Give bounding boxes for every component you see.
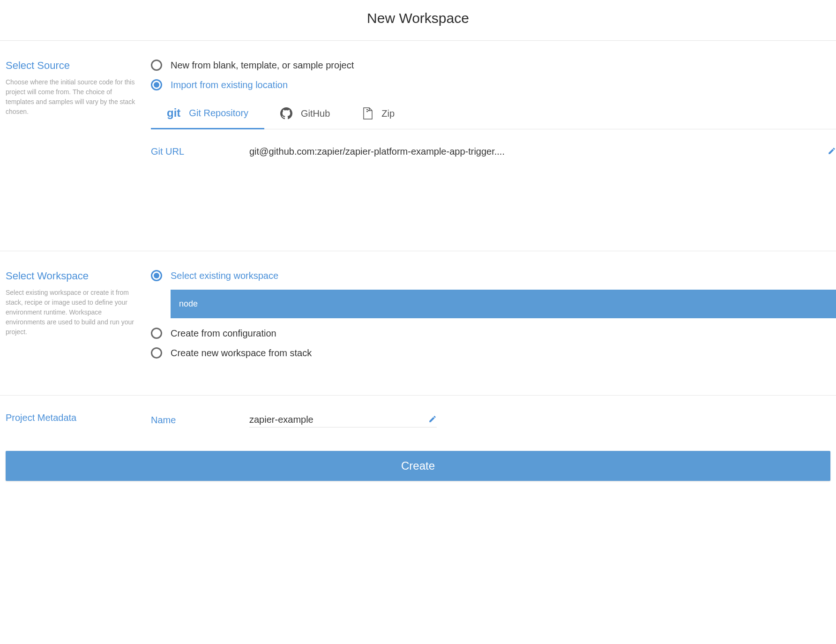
radio-dot-icon bbox=[154, 273, 159, 278]
project-name-input[interactable] bbox=[249, 412, 423, 427]
zip-icon bbox=[362, 107, 373, 120]
svg-rect-1 bbox=[368, 110, 369, 111]
tab-github[interactable]: GitHub bbox=[264, 100, 346, 129]
edit-name-icon[interactable] bbox=[428, 415, 437, 425]
section-select-workspace: Select Workspace Select existing workspa… bbox=[0, 251, 836, 395]
section-project-metadata: Project Metadata Name bbox=[0, 396, 836, 427]
edit-git-url-icon[interactable] bbox=[828, 147, 836, 157]
tab-label: Git Repository bbox=[189, 108, 248, 119]
section-right-metadata: Name bbox=[151, 412, 836, 427]
name-field-label: Name bbox=[151, 415, 249, 426]
workspace-item-node[interactable]: node bbox=[171, 290, 836, 318]
radio-label: Create new workspace from stack bbox=[171, 348, 312, 359]
radio-dot-icon bbox=[154, 82, 159, 88]
radio-create-from-config[interactable]: Create from configuration bbox=[151, 328, 836, 339]
tab-git-repository[interactable]: git Git Repository bbox=[151, 100, 264, 129]
import-tabs: git Git Repository GitHub bbox=[151, 100, 836, 129]
radio-select-existing-workspace[interactable]: Select existing workspace bbox=[151, 270, 836, 281]
workspace-item-label: node bbox=[179, 299, 198, 308]
radio-label: Select existing workspace bbox=[171, 270, 278, 281]
radio-create-from-stack[interactable]: Create new workspace from stack bbox=[151, 347, 836, 359]
section-title-metadata: Project Metadata bbox=[6, 412, 137, 423]
section-left: Select Workspace Select existing workspa… bbox=[6, 270, 151, 367]
section-desc-workspace: Select existing workspace or create it f… bbox=[6, 288, 137, 337]
git-url-label: Git URL bbox=[151, 146, 249, 157]
tab-label: GitHub bbox=[301, 108, 330, 119]
create-button[interactable]: Create bbox=[6, 451, 830, 481]
tab-label: Zip bbox=[381, 108, 395, 119]
page-title: New Workspace bbox=[0, 0, 836, 40]
github-icon bbox=[280, 107, 292, 120]
svg-rect-0 bbox=[366, 109, 368, 110]
section-select-source: Select Source Choose where the initial s… bbox=[0, 41, 836, 251]
section-left: Select Source Choose where the initial s… bbox=[6, 60, 151, 157]
radio-label: Import from existing location bbox=[171, 80, 288, 90]
svg-rect-2 bbox=[366, 111, 368, 112]
radio-circle-icon bbox=[151, 60, 162, 71]
radio-label: New from blank, template, or sample proj… bbox=[171, 60, 354, 71]
radio-circle-selected-icon bbox=[151, 79, 162, 90]
section-desc-source: Choose where the initial source code for… bbox=[6, 77, 137, 117]
radio-circle-icon bbox=[151, 328, 162, 339]
git-url-row: Git URL git@github.com:zapier/zapier-pla… bbox=[151, 146, 836, 157]
git-url-value: git@github.com:zapier/zapier-platform-ex… bbox=[249, 146, 822, 157]
name-input-wrapper bbox=[249, 412, 437, 427]
radio-label: Create from configuration bbox=[171, 328, 276, 339]
radio-circle-icon bbox=[151, 347, 162, 359]
section-right-workspace: Select existing workspace node Create fr… bbox=[151, 270, 836, 367]
section-title-source: Select Source bbox=[6, 60, 137, 72]
section-title-workspace: Select Workspace bbox=[6, 270, 137, 282]
radio-new-blank[interactable]: New from blank, template, or sample proj… bbox=[151, 60, 836, 71]
git-icon: git bbox=[167, 106, 180, 120]
name-field-row: Name bbox=[151, 412, 836, 427]
create-button-label: Create bbox=[401, 459, 435, 472]
radio-circle-selected-icon bbox=[151, 270, 162, 281]
tab-zip[interactable]: Zip bbox=[346, 100, 411, 129]
radio-import-existing[interactable]: Import from existing location bbox=[151, 79, 836, 90]
section-right-source: New from blank, template, or sample proj… bbox=[151, 60, 836, 157]
section-left: Project Metadata bbox=[6, 412, 151, 427]
